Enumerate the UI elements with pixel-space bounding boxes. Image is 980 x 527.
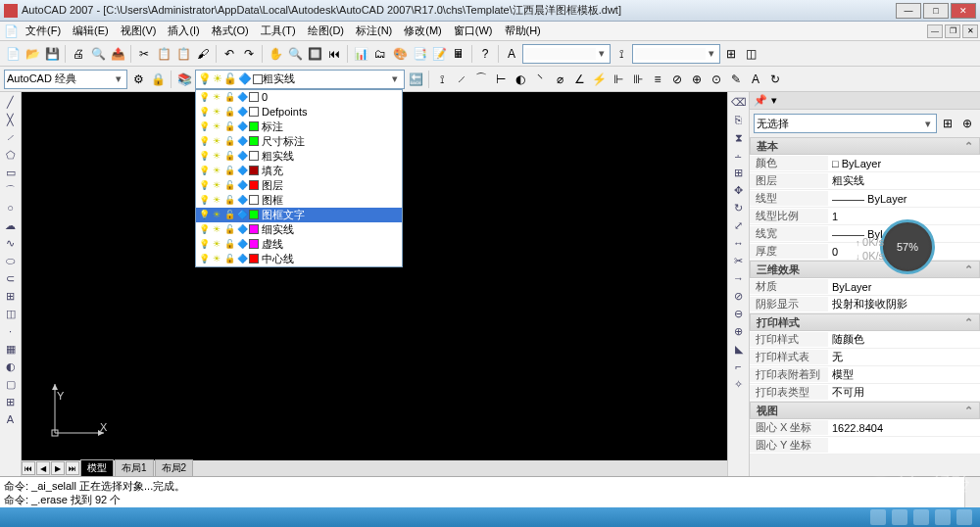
paste-icon[interactable]: 📋 xyxy=(174,45,192,63)
menu-dim[interactable]: 标注(N) xyxy=(350,22,398,40)
region-icon[interactable]: ▢ xyxy=(3,376,19,392)
menu-format[interactable]: 格式(O) xyxy=(206,22,255,40)
mtext-icon[interactable]: A xyxy=(3,411,19,427)
layer-dropdown[interactable]: 💡☀🔓🔷0💡☀🔓🔷Defpoints💡☀🔓🔷标注💡☀🔓🔷尺寸标注💡☀🔓🔷粗实线💡… xyxy=(195,89,403,267)
calc-icon[interactable]: 🖩 xyxy=(450,45,467,63)
menu-tools[interactable]: 工具(T) xyxy=(255,22,302,40)
polygon-icon[interactable]: ⬠ xyxy=(3,147,19,163)
dim-quick-icon[interactable]: ⚡ xyxy=(590,71,608,88)
redo-icon[interactable]: ↷ xyxy=(240,45,258,63)
textstyle-combo[interactable]: ▾ xyxy=(522,44,611,64)
gradient-icon[interactable]: ◐ xyxy=(3,359,19,374)
mirror-icon[interactable]: ⧗ xyxy=(731,129,747,145)
tool-pal-icon[interactable]: 🎨 xyxy=(391,45,409,63)
save-icon[interactable]: 💾 xyxy=(43,45,61,63)
dim-ang-icon[interactable]: ∠ xyxy=(570,71,588,88)
trim-icon[interactable]: ✂ xyxy=(731,253,747,268)
prop-row[interactable]: 打印样式随颜色 xyxy=(750,331,980,349)
menu-window[interactable]: 窗口(W) xyxy=(448,22,499,40)
menu-help[interactable]: 帮助(H) xyxy=(499,22,547,40)
layer-item[interactable]: 💡☀🔓🔷虚线 xyxy=(196,237,402,252)
panel-menu-icon[interactable]: ▾ xyxy=(771,94,777,107)
layer-combo[interactable]: 💡☀🔓🔷 ▾ 💡☀🔓🔷0💡☀🔓🔷Defpoints💡☀🔓🔷标注💡☀🔓🔷尺寸标注💡… xyxy=(195,70,405,89)
menu-edit[interactable]: 编辑(E) xyxy=(67,22,115,40)
dim-break-icon[interactable]: ⊘ xyxy=(668,71,686,88)
undo-icon[interactable]: ↶ xyxy=(220,45,238,63)
prop-section-header[interactable]: 打印样式⌃ xyxy=(750,313,980,331)
selection-input[interactable] xyxy=(757,118,921,129)
dim-update-icon[interactable]: ↻ xyxy=(766,71,784,88)
doc-close-button[interactable]: ✕ xyxy=(962,24,978,38)
tab-last-icon[interactable]: ⏭ xyxy=(66,461,79,475)
prop-row[interactable]: 打印表类型不可用 xyxy=(750,384,980,402)
dim-tedit-icon[interactable]: A xyxy=(747,71,764,88)
copy-icon[interactable]: 📋 xyxy=(155,45,172,63)
bb-icon[interactable] xyxy=(956,509,972,525)
chevron-down-icon[interactable]: ▾ xyxy=(388,72,402,85)
ws-settings-icon[interactable]: ⚙ xyxy=(129,71,147,88)
xline-icon[interactable]: ╳ xyxy=(3,112,19,127)
layer-current-input[interactable] xyxy=(263,73,388,85)
selection-combo[interactable]: ▾ xyxy=(754,114,937,133)
dim-rad-icon[interactable]: ◐ xyxy=(512,71,529,88)
prop-section-header[interactable]: 视图⌃ xyxy=(750,402,980,419)
rect-icon[interactable]: ▭ xyxy=(3,165,19,180)
ellipse-arc-icon[interactable]: ⊂ xyxy=(3,270,19,286)
print-icon[interactable]: 🖨 xyxy=(70,45,87,63)
menu-insert[interactable]: 插入(I) xyxy=(162,22,205,40)
help-icon[interactable]: ? xyxy=(476,45,494,63)
rotate-icon[interactable]: ↻ xyxy=(731,200,747,216)
pickadd-icon[interactable]: ⊕ xyxy=(958,115,976,132)
dim-base-icon[interactable]: ⊩ xyxy=(610,71,627,88)
offset-icon[interactable]: ⫠ xyxy=(731,147,747,163)
revcloud-icon[interactable]: ☁ xyxy=(3,217,19,233)
workspace-combo[interactable]: ▾ xyxy=(4,70,127,89)
explode-icon[interactable]: ✧ xyxy=(731,376,747,392)
prop-row[interactable]: 线型比例1 xyxy=(750,208,980,225)
pline-icon[interactable]: ⟋ xyxy=(3,129,19,145)
break-icon[interactable]: ⊖ xyxy=(731,306,747,321)
zoom-prev-icon[interactable]: ⏮ xyxy=(325,45,343,63)
layer-item[interactable]: 💡☀🔓🔷图层 xyxy=(196,178,402,193)
tab-next-icon[interactable]: ▶ xyxy=(51,461,65,475)
publish-icon[interactable]: 📤 xyxy=(109,45,126,63)
prop-row[interactable]: 圆心 Y 坐标 xyxy=(750,437,980,455)
markup-icon[interactable]: 📝 xyxy=(430,45,448,63)
layer-item[interactable]: 💡☀🔓🔷粗实线 xyxy=(196,149,402,164)
bb-icon[interactable] xyxy=(870,509,886,525)
ellipse-icon[interactable]: ⬭ xyxy=(3,253,19,268)
layer-item[interactable]: 💡☀🔓🔷标注 xyxy=(196,120,402,134)
prop-row[interactable]: 打印样式表无 xyxy=(750,349,980,366)
maximize-button[interactable]: □ xyxy=(923,3,949,19)
fillet-icon[interactable]: ⌐ xyxy=(731,359,747,374)
pin-icon[interactable]: 📌 xyxy=(754,94,767,107)
layer-item[interactable]: 💡☀🔓🔷图框 xyxy=(196,193,402,208)
dimstyle-icon[interactable]: ⟟ xyxy=(612,45,630,63)
layer-prev-icon[interactable]: 🔙 xyxy=(407,71,424,88)
table-icon[interactable]: ⊞ xyxy=(3,394,19,409)
prop-row[interactable]: 圆心 X 坐标1622.8404 xyxy=(750,419,980,437)
line-icon[interactable]: ╱ xyxy=(3,94,19,110)
dimstyle-combo[interactable]: ▾ xyxy=(632,44,720,64)
circle-icon[interactable]: ○ xyxy=(3,200,19,216)
match-icon[interactable]: 🖌 xyxy=(194,45,212,63)
prop-row[interactable]: 图层粗实线 xyxy=(750,172,980,190)
preview-icon[interactable]: 🔍 xyxy=(89,45,107,63)
tab-layout2[interactable]: 布局2 xyxy=(155,459,194,477)
close-button[interactable]: ✕ xyxy=(951,3,976,19)
scale-icon[interactable]: ⤢ xyxy=(731,217,747,233)
tab-layout1[interactable]: 布局1 xyxy=(115,459,154,477)
menu-file[interactable]: 文件(F) xyxy=(20,22,67,40)
layer-item[interactable]: 💡☀🔓🔷填充 xyxy=(196,164,402,178)
layer-item[interactable]: 💡☀🔓🔷Defpoints xyxy=(196,105,402,120)
prop-section-header[interactable]: 基本⌃ xyxy=(750,137,980,155)
tab-first-icon[interactable]: ⏮ xyxy=(22,461,35,475)
bb-icon[interactable] xyxy=(892,509,907,525)
center-mark-icon[interactable]: ⊙ xyxy=(708,71,725,88)
block-icon[interactable]: ◫ xyxy=(3,306,19,321)
dim-arc-icon[interactable]: ⌒ xyxy=(472,71,490,88)
prop-row[interactable]: 颜色□ ByLayer xyxy=(750,155,980,172)
chevron-down-icon[interactable]: ▾ xyxy=(112,72,124,85)
menu-modify[interactable]: 修改(M) xyxy=(398,22,448,40)
stretch-icon[interactable]: ↔ xyxy=(731,235,747,251)
